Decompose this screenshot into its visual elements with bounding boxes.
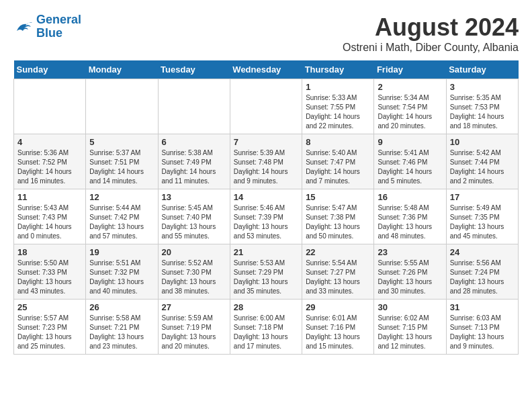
day-number: 18	[17, 247, 82, 257]
day-number: 24	[450, 247, 515, 257]
day-info: Sunrise: 5:43 AM Sunset: 7:43 PM Dayligh…	[17, 203, 82, 241]
calendar-week-row: 18Sunrise: 5:50 AM Sunset: 7:33 PM Dayli…	[14, 244, 519, 300]
calendar-title: August 2024 Ostreni i Math, Diber County…	[343, 13, 519, 54]
day-info: Sunrise: 5:42 AM Sunset: 7:44 PM Dayligh…	[450, 148, 515, 186]
day-number: 1	[306, 82, 370, 92]
weekday-header-sunday: Sunday	[14, 60, 86, 79]
day-info: Sunrise: 5:37 AM Sunset: 7:51 PM Dayligh…	[89, 148, 154, 186]
day-info: Sunrise: 5:35 AM Sunset: 7:53 PM Dayligh…	[450, 93, 515, 131]
calendar-cell: 3Sunrise: 5:35 AM Sunset: 7:53 PM Daylig…	[446, 79, 518, 134]
calendar-week-row: 25Sunrise: 5:57 AM Sunset: 7:23 PM Dayli…	[14, 300, 519, 355]
day-number: 27	[162, 302, 226, 312]
day-info: Sunrise: 5:34 AM Sunset: 7:54 PM Dayligh…	[378, 93, 442, 131]
location: Ostreni i Math, Diber County, Albania	[343, 42, 519, 54]
calendar-cell	[86, 79, 158, 134]
day-info: Sunrise: 6:01 AM Sunset: 7:16 PM Dayligh…	[306, 314, 370, 351]
weekday-header-saturday: Saturday	[446, 60, 518, 79]
day-number: 26	[89, 302, 154, 312]
day-number: 5	[89, 137, 154, 147]
day-number: 20	[162, 247, 226, 257]
calendar-cell: 31Sunrise: 6:03 AM Sunset: 7:13 PM Dayli…	[446, 300, 518, 355]
day-number: 3	[450, 82, 515, 92]
weekday-header-row: SundayMondayTuesdayWednesdayThursdayFrid…	[14, 60, 519, 79]
day-info: Sunrise: 5:40 AM Sunset: 7:47 PM Dayligh…	[306, 148, 370, 186]
calendar-cell: 5Sunrise: 5:37 AM Sunset: 7:51 PM Daylig…	[86, 134, 158, 189]
day-info: Sunrise: 5:38 AM Sunset: 7:49 PM Dayligh…	[162, 148, 226, 186]
logo-icon	[13, 17, 34, 36]
day-number: 11	[17, 192, 82, 202]
day-info: Sunrise: 5:47 AM Sunset: 7:38 PM Dayligh…	[306, 203, 370, 241]
day-number: 4	[17, 137, 82, 147]
day-number: 7	[234, 137, 298, 147]
calendar-cell: 30Sunrise: 6:02 AM Sunset: 7:15 PM Dayli…	[374, 300, 446, 355]
calendar-cell: 8Sunrise: 5:40 AM Sunset: 7:47 PM Daylig…	[302, 134, 374, 189]
day-info: Sunrise: 5:33 AM Sunset: 7:55 PM Dayligh…	[306, 93, 370, 131]
weekday-header-monday: Monday	[86, 60, 158, 79]
day-number: 31	[450, 302, 515, 312]
day-info: Sunrise: 5:50 AM Sunset: 7:33 PM Dayligh…	[17, 259, 82, 296]
logo-text: General Blue	[36, 13, 81, 40]
day-number: 23	[378, 247, 442, 257]
day-number: 2	[378, 82, 442, 92]
calendar-cell: 18Sunrise: 5:50 AM Sunset: 7:33 PM Dayli…	[14, 244, 86, 300]
weekday-header-thursday: Thursday	[302, 60, 374, 79]
day-info: Sunrise: 5:36 AM Sunset: 7:52 PM Dayligh…	[17, 148, 82, 186]
logo: General Blue	[13, 13, 81, 40]
day-number: 29	[306, 302, 370, 312]
day-info: Sunrise: 5:45 AM Sunset: 7:40 PM Dayligh…	[162, 203, 226, 241]
calendar-cell: 21Sunrise: 5:53 AM Sunset: 7:29 PM Dayli…	[230, 244, 302, 300]
calendar-cell: 29Sunrise: 6:01 AM Sunset: 7:16 PM Dayli…	[302, 300, 374, 355]
day-info: Sunrise: 5:59 AM Sunset: 7:19 PM Dayligh…	[162, 314, 226, 351]
month-year: August 2024	[343, 13, 519, 42]
day-info: Sunrise: 5:46 AM Sunset: 7:39 PM Dayligh…	[234, 203, 298, 241]
day-number: 12	[89, 192, 154, 202]
day-info: Sunrise: 5:54 AM Sunset: 7:27 PM Dayligh…	[306, 259, 370, 296]
calendar-cell: 16Sunrise: 5:48 AM Sunset: 7:36 PM Dayli…	[374, 189, 446, 244]
calendar-week-row: 4Sunrise: 5:36 AM Sunset: 7:52 PM Daylig…	[14, 134, 519, 189]
calendar-cell: 1Sunrise: 5:33 AM Sunset: 7:55 PM Daylig…	[302, 79, 374, 134]
calendar-cell: 6Sunrise: 5:38 AM Sunset: 7:49 PM Daylig…	[158, 134, 230, 189]
weekday-header-wednesday: Wednesday	[230, 60, 302, 79]
day-info: Sunrise: 5:57 AM Sunset: 7:23 PM Dayligh…	[17, 314, 82, 351]
calendar-table: SundayMondayTuesdayWednesdayThursdayFrid…	[13, 60, 519, 355]
day-info: Sunrise: 5:52 AM Sunset: 7:30 PM Dayligh…	[162, 259, 226, 296]
day-number: 10	[450, 137, 515, 147]
weekday-header-friday: Friday	[374, 60, 446, 79]
day-info: Sunrise: 6:03 AM Sunset: 7:13 PM Dayligh…	[450, 314, 515, 351]
day-number: 15	[306, 192, 370, 202]
calendar-cell: 22Sunrise: 5:54 AM Sunset: 7:27 PM Dayli…	[302, 244, 374, 300]
day-info: Sunrise: 5:55 AM Sunset: 7:26 PM Dayligh…	[378, 259, 442, 296]
day-number: 17	[450, 192, 515, 202]
day-info: Sunrise: 5:44 AM Sunset: 7:42 PM Dayligh…	[89, 203, 154, 241]
day-info: Sunrise: 5:48 AM Sunset: 7:36 PM Dayligh…	[378, 203, 442, 241]
calendar-cell: 24Sunrise: 5:56 AM Sunset: 7:24 PM Dayli…	[446, 244, 518, 300]
calendar-cell: 17Sunrise: 5:49 AM Sunset: 7:35 PM Dayli…	[446, 189, 518, 244]
day-number: 28	[234, 302, 298, 312]
calendar-cell	[14, 79, 86, 134]
calendar-cell: 20Sunrise: 5:52 AM Sunset: 7:30 PM Dayli…	[158, 244, 230, 300]
calendar-cell: 10Sunrise: 5:42 AM Sunset: 7:44 PM Dayli…	[446, 134, 518, 189]
calendar-cell: 4Sunrise: 5:36 AM Sunset: 7:52 PM Daylig…	[14, 134, 86, 189]
calendar-cell: 15Sunrise: 5:47 AM Sunset: 7:38 PM Dayli…	[302, 189, 374, 244]
day-number: 6	[162, 137, 226, 147]
calendar-cell: 7Sunrise: 5:39 AM Sunset: 7:48 PM Daylig…	[230, 134, 302, 189]
weekday-header-tuesday: Tuesday	[158, 60, 230, 79]
calendar-week-row: 1Sunrise: 5:33 AM Sunset: 7:55 PM Daylig…	[14, 79, 519, 134]
calendar-cell: 9Sunrise: 5:41 AM Sunset: 7:46 PM Daylig…	[374, 134, 446, 189]
day-info: Sunrise: 5:49 AM Sunset: 7:35 PM Dayligh…	[450, 203, 515, 241]
calendar-cell: 25Sunrise: 5:57 AM Sunset: 7:23 PM Dayli…	[14, 300, 86, 355]
calendar-week-row: 11Sunrise: 5:43 AM Sunset: 7:43 PM Dayli…	[14, 189, 519, 244]
day-info: Sunrise: 5:53 AM Sunset: 7:29 PM Dayligh…	[234, 259, 298, 296]
calendar-cell: 23Sunrise: 5:55 AM Sunset: 7:26 PM Dayli…	[374, 244, 446, 300]
day-number: 8	[306, 137, 370, 147]
day-number: 25	[17, 302, 82, 312]
day-number: 22	[306, 247, 370, 257]
calendar-cell: 2Sunrise: 5:34 AM Sunset: 7:54 PM Daylig…	[374, 79, 446, 134]
calendar-cell: 14Sunrise: 5:46 AM Sunset: 7:39 PM Dayli…	[230, 189, 302, 244]
calendar-cell	[158, 79, 230, 134]
day-info: Sunrise: 6:02 AM Sunset: 7:15 PM Dayligh…	[378, 314, 442, 351]
calendar-cell: 13Sunrise: 5:45 AM Sunset: 7:40 PM Dayli…	[158, 189, 230, 244]
day-number: 21	[234, 247, 298, 257]
day-info: Sunrise: 5:56 AM Sunset: 7:24 PM Dayligh…	[450, 259, 515, 296]
day-info: Sunrise: 5:58 AM Sunset: 7:21 PM Dayligh…	[89, 314, 154, 351]
